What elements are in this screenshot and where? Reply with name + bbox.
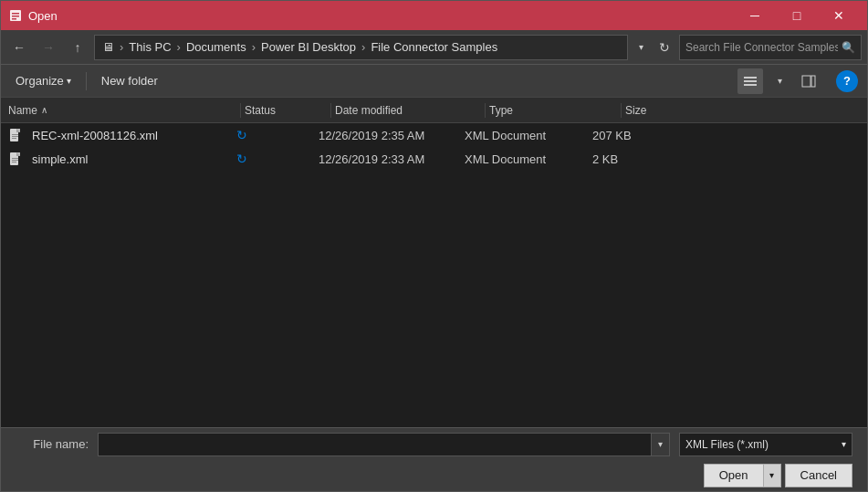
- table-row[interactable]: simple.xml ↻ 12/26/2019 2:33 AM XML Docu…: [1, 147, 867, 171]
- file-status: ↻: [236, 152, 319, 166]
- col-sep-2: [330, 103, 331, 118]
- file-status: ↻: [236, 128, 319, 142]
- col-header-status[interactable]: Status: [245, 104, 327, 117]
- filename-dropdown-button[interactable]: ▾: [652, 433, 670, 456]
- path-segment-1: This PC: [129, 40, 171, 54]
- svg-rect-5: [744, 80, 757, 82]
- filename-row: File name: ▾ XML Files (*.xml) ▾: [16, 433, 852, 456]
- cancel-button[interactable]: Cancel: [785, 464, 852, 487]
- file-type: XML Document: [465, 152, 592, 166]
- action-row: Open ▾ Cancel: [16, 464, 852, 487]
- file-date: 12/26/2019 2:35 AM: [319, 129, 465, 142]
- svg-rect-11: [12, 134, 18, 135]
- forward-button[interactable]: →: [36, 35, 61, 60]
- toolbar-separator: [86, 72, 87, 90]
- svg-rect-3: [12, 18, 16, 20]
- list-view-icon: [743, 74, 758, 89]
- view-controls: ▾ ?: [737, 68, 858, 94]
- open-dropdown-button[interactable]: ▾: [763, 464, 781, 487]
- file-size: 207 KB: [592, 129, 860, 142]
- col-header-size[interactable]: Size: [625, 104, 860, 117]
- up-button[interactable]: ↑: [65, 35, 90, 60]
- path-icon: 🖥: [102, 40, 114, 54]
- svg-rect-7: [802, 76, 810, 87]
- search-icon: 🔍: [842, 41, 855, 54]
- preview-pane-button[interactable]: [796, 68, 821, 94]
- svg-rect-2: [12, 16, 19, 17]
- content-area: Name ∧ Status Date modified Type Size: [1, 98, 867, 427]
- filetype-dropdown-icon: ▾: [842, 439, 846, 449]
- search-box: 🔍: [679, 35, 862, 60]
- file-type: XML Document: [465, 129, 592, 142]
- svg-rect-17: [12, 160, 18, 161]
- svg-rect-8: [811, 76, 815, 87]
- minimize-button[interactable]: ─: [734, 1, 776, 30]
- address-bar: ← → ↑ 🖥 › This PC › Documents › Power BI…: [1, 30, 867, 65]
- filetype-select[interactable]: XML Files (*.xml) ▾: [679, 433, 852, 456]
- sync-icon: ↻: [236, 152, 247, 166]
- organize-button[interactable]: Organize ▾: [10, 71, 77, 90]
- svg-rect-16: [12, 158, 18, 159]
- path-segment-2: Documents: [186, 40, 246, 54]
- path-segment-3: Power BI Desktop: [261, 40, 356, 54]
- table-row[interactable]: REC-xml-20081126.xml ↻ 12/26/2019 2:35 A…: [1, 123, 867, 147]
- organize-dropdown-icon: ▾: [67, 76, 71, 86]
- open-button[interactable]: Open: [704, 464, 763, 487]
- file-size: 2 KB: [592, 152, 860, 166]
- view-dropdown-button[interactable]: ▾: [767, 68, 792, 94]
- filetype-value: XML Files (*.xml): [685, 438, 769, 451]
- file-name: REC-xml-20081126.xml: [32, 129, 158, 142]
- col-header-date[interactable]: Date modified: [335, 104, 481, 117]
- open-btn-group: Open ▾: [704, 464, 781, 487]
- file-icon: [8, 128, 23, 142]
- path-segment-4: File Connector Samples: [371, 40, 497, 54]
- help-button[interactable]: ?: [836, 70, 858, 92]
- col-header-name[interactable]: Name ∧: [8, 104, 236, 117]
- dialog-title: Open: [28, 9, 734, 23]
- refresh-button[interactable]: ↻: [654, 35, 675, 60]
- title-bar: Open ─ □ ✕: [1, 1, 867, 30]
- col-sep-4: [621, 103, 622, 118]
- app-icon: [8, 8, 23, 23]
- file-icon: [8, 152, 23, 166]
- file-list-header: Name ∧ Status Date modified Type Size: [1, 98, 867, 123]
- back-button[interactable]: ←: [6, 35, 32, 60]
- svg-rect-1: [12, 13, 19, 15]
- window-controls: ─ □ ✕: [734, 1, 860, 30]
- col-sep-3: [485, 103, 486, 118]
- open-dialog: Open ─ □ ✕ ← → ↑ 🖥 › This PC › Documents…: [0, 0, 868, 492]
- sort-arrow: ∧: [41, 105, 47, 115]
- file-date: 12/26/2019 2:33 AM: [319, 152, 465, 166]
- search-input[interactable]: [685, 41, 838, 54]
- address-dropdown-button[interactable]: ▾: [632, 35, 650, 60]
- filename-input[interactable]: [98, 433, 652, 456]
- svg-rect-12: [12, 136, 18, 137]
- bottom-bar: File name: ▾ XML Files (*.xml) ▾ Open ▾ …: [1, 427, 867, 491]
- sync-icon: ↻: [236, 128, 247, 142]
- svg-rect-18: [12, 162, 16, 162]
- filename-label: File name:: [16, 437, 89, 451]
- close-button[interactable]: ✕: [818, 1, 860, 30]
- address-path[interactable]: 🖥 › This PC › Documents › Power BI Deskt…: [94, 35, 628, 60]
- view-list-button[interactable]: [737, 68, 763, 94]
- file-list: REC-xml-20081126.xml ↻ 12/26/2019 2:35 A…: [1, 123, 867, 427]
- file-name: simple.xml: [32, 152, 88, 166]
- preview-icon: [801, 74, 816, 89]
- new-folder-button[interactable]: New folder: [96, 71, 163, 90]
- svg-rect-13: [12, 138, 16, 139]
- new-folder-label: New folder: [101, 74, 158, 88]
- filename-input-wrapper: ▾: [98, 433, 670, 456]
- col-header-type[interactable]: Type: [489, 104, 617, 117]
- organize-label: Organize: [16, 74, 64, 88]
- col-sep-1: [240, 103, 241, 118]
- maximize-button[interactable]: □: [776, 1, 818, 30]
- toolbar: Organize ▾ New folder ▾ ?: [1, 65, 867, 98]
- svg-rect-6: [744, 84, 757, 86]
- svg-rect-4: [744, 77, 757, 79]
